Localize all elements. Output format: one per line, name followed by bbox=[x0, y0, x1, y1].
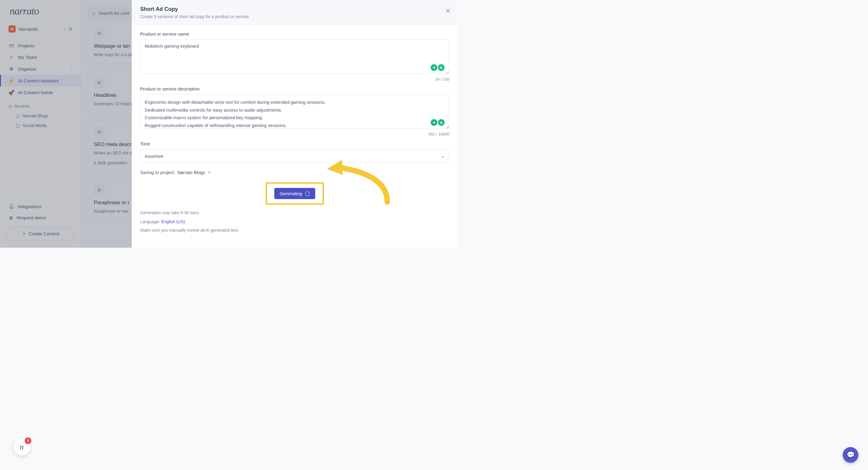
slide-panel: Short Ad Copy Create 3 versions of short… bbox=[132, 0, 458, 248]
create-content-button[interactable]: ＋ Create Content bbox=[6, 227, 75, 240]
review-note: Make sure you manually review all AI gen… bbox=[140, 228, 450, 233]
doc-icon: ≡ bbox=[94, 126, 104, 137]
clock-icon: ◷ bbox=[8, 104, 12, 109]
workspace-badge: N bbox=[8, 25, 16, 33]
nav-label: AI Content Assistant bbox=[18, 78, 59, 83]
folder-icon: ▢ bbox=[16, 123, 20, 128]
plus-icon: ＋ bbox=[22, 231, 26, 236]
monitor-icon: 🖥 bbox=[8, 215, 13, 220]
search-icon: ⌕ bbox=[92, 10, 96, 16]
description-input[interactable] bbox=[140, 94, 450, 129]
request-demo-link[interactable]: 🖥 Request demo bbox=[6, 212, 75, 223]
recents-header: ◷ Recents bbox=[0, 100, 81, 111]
nav-tasks[interactable]: ✓ My Tasks bbox=[0, 51, 81, 63]
language-link[interactable]: English (US) bbox=[161, 219, 185, 224]
anchor-icon: ⚓ bbox=[8, 204, 14, 209]
grammarly-icon: G bbox=[438, 119, 444, 126]
brand-logo: narrato bbox=[0, 5, 81, 22]
workspace-selector[interactable]: N NarratoM... ⌄ ⚙ bbox=[0, 22, 81, 38]
char-count: 591 / 10000 bbox=[140, 132, 450, 136]
recent-item[interactable]: ▢ Social Media bbox=[0, 121, 81, 130]
generate-button[interactable]: Generating bbox=[274, 188, 315, 199]
bolt-icon: ⚡ bbox=[8, 78, 14, 84]
check-icon: ✓ bbox=[8, 54, 14, 60]
suggestion-icon: ✦ bbox=[431, 64, 437, 71]
saving-project-row: Saving to project: Narrato Blogs ✎ bbox=[140, 170, 450, 175]
doc-icon: ≡ bbox=[94, 185, 104, 196]
chevron-right-icon: ▸ bbox=[71, 67, 73, 71]
copy-icon: ⎘ bbox=[94, 160, 96, 165]
nav-ai-assistant[interactable]: ⚡ AI Content Assistant bbox=[0, 75, 81, 87]
workspace-name: NarratoM... bbox=[19, 27, 60, 32]
gear-icon[interactable]: ⚙ bbox=[68, 26, 73, 32]
grammar-widget[interactable]: ✦ G bbox=[429, 118, 446, 127]
product-name-label: Product or service name bbox=[140, 31, 450, 36]
recent-item[interactable]: ▢ Narrato Blogs bbox=[0, 111, 81, 121]
doc-icon: ≡ bbox=[94, 28, 104, 39]
edit-icon[interactable]: ✎ bbox=[208, 170, 211, 175]
description-label: Product or service description bbox=[140, 86, 450, 91]
nav-label: AI Content Genie bbox=[18, 90, 53, 95]
char-count: 24 / 100 bbox=[140, 77, 450, 82]
rocket-icon: 🚀 bbox=[8, 90, 14, 95]
panel-title: Short Ad Copy bbox=[140, 6, 450, 12]
generate-button-wrap: Generating bbox=[140, 182, 450, 205]
grammar-widget[interactable]: ✦ G bbox=[429, 63, 446, 72]
nav-projects[interactable]: 🗃 Projects bbox=[0, 40, 81, 51]
nav-label: Projects bbox=[18, 43, 34, 48]
panel-subtitle: Create 3 versions of short ad copy for a… bbox=[140, 14, 450, 19]
close-icon[interactable]: ✕ bbox=[445, 7, 451, 15]
highlight-annotation: Generating bbox=[266, 182, 324, 205]
nav-label: Organize bbox=[18, 66, 36, 71]
nav-label: My Tasks bbox=[18, 55, 37, 60]
briefcase-icon: 🗃 bbox=[8, 43, 14, 48]
tone-label: Tone bbox=[140, 141, 450, 146]
tone-select[interactable]: Assertive ⌄ bbox=[140, 149, 450, 163]
tone-value: Assertive bbox=[145, 153, 163, 159]
suggestion-icon: ✦ bbox=[431, 119, 437, 126]
integrations-link[interactable]: ⚓ Integrations bbox=[6, 201, 75, 212]
sidebar-bottom: ⚓ Integrations 🖥 Request demo ＋ Create C… bbox=[0, 197, 81, 248]
language-row: Language: English (US) bbox=[140, 219, 450, 224]
spinner-icon bbox=[305, 191, 310, 196]
product-name-input[interactable] bbox=[140, 39, 450, 74]
chevron-down-icon: ⌄ bbox=[441, 153, 445, 159]
nav-ai-genie[interactable]: 🚀 AI Content Genie bbox=[0, 87, 81, 98]
panel-body: Product or service name ✦ G 24 / 100 Pro… bbox=[132, 25, 458, 248]
folder-icon: ▢ bbox=[16, 113, 20, 118]
gears-icon: ⚙ bbox=[8, 66, 14, 72]
nav-organize[interactable]: ⚙ Organize ▸ bbox=[0, 63, 81, 75]
doc-icon: ≡ bbox=[94, 77, 104, 88]
saving-project-name: Narrato Blogs bbox=[178, 170, 205, 175]
sidebar: narrato N NarratoM... ⌄ ⚙ 🗃 Projects ✓ M… bbox=[0, 0, 82, 248]
grammarly-icon: G bbox=[438, 64, 444, 71]
generation-note: Generation may take 5-30 secs. bbox=[140, 210, 450, 215]
panel-header: Short Ad Copy Create 3 versions of short… bbox=[132, 0, 458, 25]
chevron-down-icon[interactable]: ⌄ bbox=[63, 26, 67, 32]
